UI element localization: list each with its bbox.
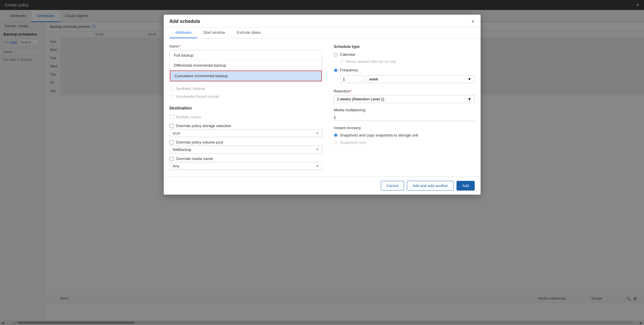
name-option-cumulative[interactable]: Cumulative incremental backup [170, 70, 322, 81]
ir-snapshots-only-radio[interactable] [334, 141, 338, 144]
frequency-radio-label: Frequency [340, 68, 358, 72]
retention-value: 2 weeks (Retention Level 1) [337, 97, 384, 101]
ir-option-snapshots-copy: Snapshots and copy snapshots to storage … [334, 133, 475, 137]
calendar-radio-label: Calendar [340, 52, 356, 57]
multiple-copies-row: Multiple copies [170, 113, 322, 121]
modal-header: Add schedule × [164, 15, 481, 27]
multiple-copies-icon [170, 115, 174, 119]
ir-snapshots-only-label: Snapshots only [340, 140, 366, 145]
override-volume-dropdown[interactable]: NetBackup ▼ [170, 146, 322, 154]
modal-footer: Cancel Add and add another Add [164, 176, 481, 195]
override-media-owner-chevron-icon: ▼ [316, 164, 319, 168]
override-storage-label: Override policy storage selection [176, 124, 231, 128]
ir-snapshots-copy-label: Snapshots and copy snapshots to storage … [340, 133, 418, 137]
override-storage-value: zczx [173, 131, 180, 135]
override-media-owner-value: Any [173, 164, 179, 168]
name-option-full-backup[interactable]: Full backup [170, 50, 322, 60]
override-volume-value: NetBackup [173, 147, 192, 152]
override-media-owner-checkbox[interactable] [170, 157, 174, 161]
add-and-another-button[interactable]: Add and add another [407, 181, 454, 191]
synthetic-backup-checkbox-row: Synthetic backup [170, 85, 322, 92]
add-schedule-modal: Add schedule × Attributes Start window E… [164, 15, 481, 195]
name-option-differential[interactable]: Differential incremental backup [170, 60, 322, 70]
modal-close-button[interactable]: × [471, 19, 475, 24]
modal-title: Add schedule [170, 19, 200, 24]
override-storage-chevron-icon: ▼ [316, 132, 319, 135]
calendar-radio[interactable] [334, 53, 338, 57]
frequency-value-input[interactable] [340, 75, 364, 83]
multiple-copies-label: Multiple copies [176, 115, 201, 119]
modal-tab-start-window[interactable]: Start window [197, 27, 231, 38]
modal-tab-exclude-dates[interactable]: Exclude dates [231, 27, 267, 38]
retention-dropdown[interactable]: 2 weeks (Retention Level 1) ▼ [334, 95, 475, 103]
override-volume-label: Override policy volume pool [176, 140, 223, 144]
frequency-row: week ▼ [340, 75, 475, 83]
media-multiplexing-label: Media multiplexing [334, 108, 475, 112]
destination-section-title: Destination [170, 106, 322, 110]
modal-left-col: Name* Full backup Differential increment… [170, 44, 322, 171]
media-multiplexing-input[interactable] [334, 114, 475, 121]
frequency-unit-dropdown[interactable]: week ▼ [366, 75, 475, 83]
override-storage-row: Override policy storage selection [170, 124, 322, 128]
synthetic-backup-label: Synthetic backup [176, 86, 205, 91]
retries-checkbox[interactable] [340, 60, 344, 63]
calendar-radio-row: Calendar [334, 52, 475, 57]
extra-options-group: Synthetic backup Accelerator forced resc… [170, 85, 322, 100]
retention-label: Retention* [334, 89, 475, 93]
override-media-owner-row: Override media owner [170, 156, 322, 161]
override-volume-chevron-icon: ▼ [316, 148, 319, 151]
accelerator-rescan-checkbox-row: Accelerator forced rescan [170, 92, 322, 100]
name-options-list: Full backup Differential incremental bac… [170, 50, 322, 82]
override-media-owner-label: Override media owner [176, 156, 214, 161]
instant-recovery-label: Instant recovery [334, 126, 475, 130]
frequency-radio[interactable] [334, 68, 338, 72]
accelerator-rescan-checkbox[interactable] [170, 95, 174, 99]
modal-right-col: Schedule type Calendar Retries allowed a… [334, 44, 475, 171]
ir-option-snapshots-only: Snapshots only [334, 140, 475, 145]
ir-snapshots-copy-radio[interactable] [334, 133, 338, 137]
override-storage-checkbox[interactable] [170, 124, 174, 128]
synthetic-backup-checkbox[interactable] [170, 87, 174, 91]
frequency-unit-value: week [369, 77, 378, 81]
modal-tab-attributes[interactable]: Attributes [170, 27, 197, 38]
schedule-type-title: Schedule type [334, 44, 475, 49]
frequency-radio-row: Frequency [334, 68, 475, 72]
override-storage-dropdown[interactable]: zczx ▼ [170, 129, 322, 137]
retention-chevron-icon: ▼ [468, 97, 471, 101]
override-volume-row: Override policy volume pool [170, 140, 322, 144]
frequency-unit-chevron-icon: ▼ [468, 77, 471, 81]
cancel-button[interactable]: Cancel [381, 181, 404, 191]
retries-row: Retries allowed after the run day [340, 60, 475, 64]
modal-tab-bar: Attributes Start window Exclude dates [164, 27, 481, 38]
override-volume-checkbox[interactable] [170, 140, 174, 144]
retries-label: Retries allowed after the run day [346, 60, 396, 64]
instant-recovery-options: Snapshots and copy snapshots to storage … [334, 133, 475, 145]
add-button[interactable]: Add [457, 181, 474, 191]
modal-body: Name* Full backup Differential increment… [164, 38, 481, 176]
accelerator-rescan-label: Accelerator forced rescan [176, 94, 219, 99]
name-field-label: Name* [170, 44, 322, 48]
override-media-owner-dropdown[interactable]: Any ▼ [170, 162, 322, 170]
